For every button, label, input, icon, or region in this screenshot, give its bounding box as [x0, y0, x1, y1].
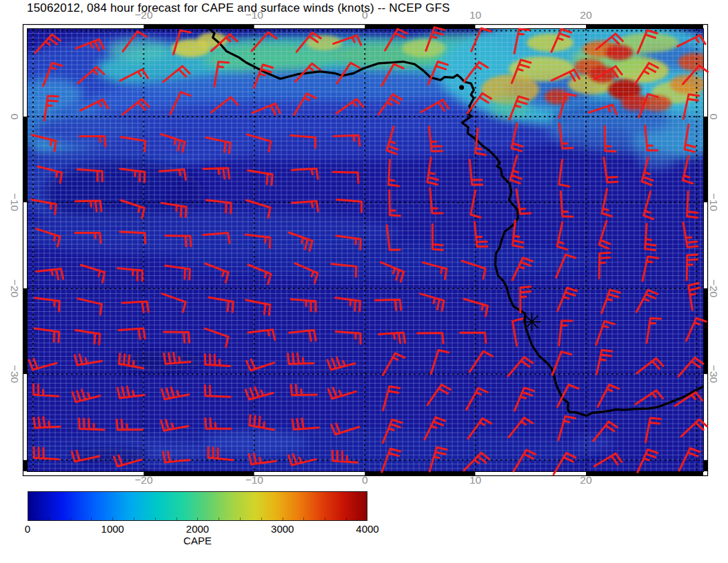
right-axis-label: 0	[707, 114, 720, 120]
top-axis-label: −10	[245, 9, 263, 21]
colorbar-gradient	[28, 491, 367, 521]
right-axis-label: −30	[707, 365, 720, 383]
right-axis-label: −10	[707, 193, 720, 211]
bottom-axis-label: −20	[134, 474, 152, 486]
station-marker	[523, 313, 540, 330]
cape-field	[0, 17, 728, 473]
colorbar-tick-label: 3000	[271, 523, 294, 535]
left-axis-label: −20	[8, 279, 21, 297]
bottom-axis-label: 20	[580, 474, 592, 486]
map-canvas	[0, 0, 728, 487]
right-axis-label: −20	[707, 279, 720, 297]
colorbar-tick-label: 4000	[356, 523, 378, 535]
bottom-axis-label: −10	[245, 474, 263, 486]
bottom-axis-label: 0	[362, 474, 368, 486]
top-axis-label: 0	[362, 9, 368, 21]
left-axis-label: 0	[8, 114, 21, 120]
colorbar-title: CAPE	[183, 535, 212, 546]
colorbar-tick-label: 1000	[101, 523, 124, 535]
bottom-axis-label: 10	[469, 474, 481, 486]
top-axis-label: −20	[134, 9, 152, 21]
colorbar-tick-label: 2000	[186, 523, 209, 535]
island-bioko	[459, 85, 464, 90]
top-axis-label: 10	[469, 9, 481, 21]
chart-title: 15062012, 084 hour forecast for CAPE and…	[27, 1, 450, 15]
colorbar-tick-label: 0	[25, 523, 30, 535]
cape-wind-map-figure: 15062012, 084 hour forecast for CAPE and…	[0, 0, 728, 563]
left-axis-label: −30	[8, 365, 21, 383]
top-axis-label: 20	[580, 9, 592, 21]
left-axis-label: −10	[8, 193, 21, 211]
